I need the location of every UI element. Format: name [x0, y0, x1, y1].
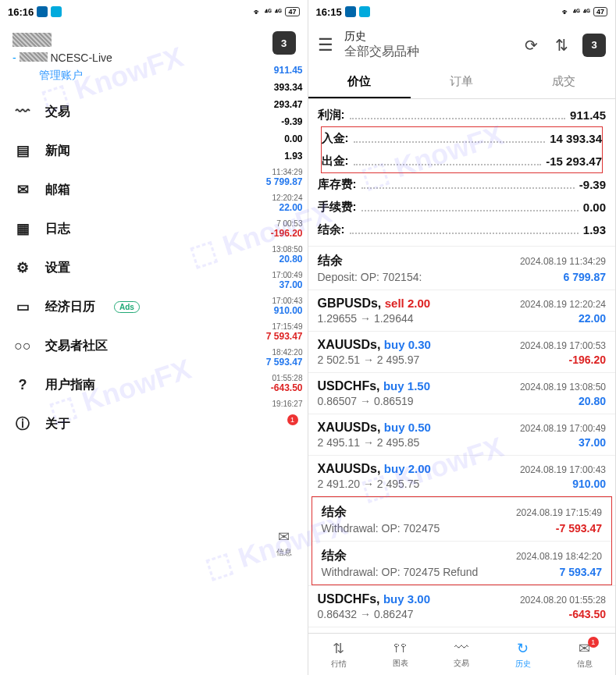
trade-symbol: USDCHFs,	[318, 379, 383, 393]
message-icon: ✉	[278, 528, 290, 545]
summary-label: 利润:	[318, 108, 345, 123]
page-subtitle: 全部交易品种	[344, 44, 511, 60]
peek-row: 393.34	[261, 79, 308, 96]
menu-label: 交易者社区	[45, 338, 108, 354]
peek-row: -9.39	[261, 113, 308, 130]
peek-row: 911.45	[261, 62, 308, 79]
trade-symbol: USDCHFs,	[318, 592, 383, 606]
status-bar: 16:16 ᯤ ⁴ᴳ ⁴ᴳ 47	[0, 0, 308, 23]
trade-row[interactable]: 结余2024.08.19 18:42:20Withdrawal: OP: 702…	[312, 541, 612, 584]
trade-time: 2024.08.19 17:15:49	[516, 507, 602, 518]
summary-value: 0.00	[583, 201, 606, 214]
trade-value: -7 593.47	[556, 522, 602, 535]
nav-label: 交易	[454, 658, 469, 669]
menu-label: 交易	[45, 104, 70, 120]
summary-label: 出金:	[322, 154, 349, 169]
trade-symbol: GBPUSDs,	[318, 297, 385, 310]
summary-row: 手续费:0.00	[318, 196, 607, 218]
trade-time: 2024.08.19 18:42:20	[516, 551, 602, 562]
trade-row[interactable]: USDCHFs, buy 1.502024.08.19 13:08:500.86…	[308, 372, 616, 414]
trade-value: 6 799.87	[564, 271, 607, 283]
nav-icon: ↻	[517, 640, 529, 657]
nav-item[interactable]: ✉信息1	[554, 634, 615, 675]
status-bar: 16:15 ᯤ ⁴ᴳ ⁴ᴳ 47	[308, 0, 616, 23]
tab-price[interactable]: 价位	[308, 66, 411, 98]
menu-icon[interactable]: ☰	[318, 35, 333, 55]
nav-item[interactable]: 〰交易	[431, 634, 493, 675]
trade-time: 2024.08.19 17:00:43	[520, 464, 606, 475]
page-header: ☰ 历史 全部交易品种 ⟳ ⇅ 3	[308, 23, 616, 66]
peek-row: 13:08:5020.80	[261, 242, 308, 268]
badge: 1	[588, 637, 599, 648]
calendar-icon[interactable]: 3	[272, 31, 296, 55]
summary-row: 结余:1.93	[318, 218, 607, 241]
trade-row[interactable]: XAUUSDs, buy 0.502024.08.19 17:00:492 49…	[308, 414, 616, 455]
trade-time: 2024.08.19 13:08:50	[520, 382, 606, 393]
sort-icon[interactable]: ⇅	[552, 36, 571, 55]
trade-price: 2 491.20 → 2 495.75	[318, 478, 420, 490]
menu-label: 设置	[45, 260, 70, 276]
trade-list[interactable]: 结余2024.08.19 11:34:29Deposit: OP: 702154…	[308, 246, 616, 633]
trade-value: 22.00	[579, 312, 606, 325]
nav-icon: 〰	[454, 640, 468, 656]
menu-icon: ?	[14, 376, 31, 393]
trade-symbol: 结余	[322, 505, 347, 518]
trade-row[interactable]: GBPUSDs, sell 2.002024.08.19 12:20:241.2…	[308, 290, 616, 331]
nav-label: 历史	[515, 659, 531, 670]
nav-label: 行情	[331, 659, 347, 670]
tab-orders[interactable]: 订单	[411, 66, 513, 98]
status-time: 16:15	[316, 6, 342, 18]
summary-value: 14 393.34	[550, 132, 602, 145]
nav-item[interactable]: ⫯⫯图表	[369, 634, 431, 675]
trade-time: 2024.08.20 01:55:28	[520, 595, 606, 606]
trade-price: 0.86507 → 0.86519	[318, 395, 414, 407]
nav-icon: ⇅	[333, 640, 344, 657]
trade-row[interactable]: XAUUSDs, sell 1.002024.08.19 19:16:27	[308, 627, 616, 633]
trade-value: -196.20	[569, 353, 606, 366]
wifi-icon: ᯤ	[254, 8, 262, 16]
summary-label: 入金:	[322, 131, 349, 146]
summary-row: 库存费:-9.39	[318, 173, 607, 196]
menu-icon: ✉	[14, 181, 31, 198]
signal-icon: ⁴ᴳ	[583, 8, 590, 16]
trade-row[interactable]: XAUUSDs, buy 2.002024.08.19 17:00:432 49…	[308, 455, 616, 496]
trade-row[interactable]: 结余2024.08.19 17:15:49Withdrawal: OP: 702…	[312, 497, 612, 541]
peek-row: 11:34:295 799.87	[261, 165, 308, 190]
server-label: NCESC-Live	[50, 52, 112, 64]
peek-row: 0.00	[261, 130, 308, 147]
trade-price: Withdrawal: OP: 702475	[322, 522, 440, 535]
nav-messages[interactable]: ✉ 信息 1	[261, 411, 308, 675]
trade-row[interactable]: USDCHFs, buy 3.002024.08.20 01:55:280.86…	[308, 585, 616, 627]
menu-label: 关于	[45, 416, 70, 432]
menu-label: 邮箱	[45, 182, 70, 198]
peek-row: 293.47	[261, 96, 308, 113]
signal-icon: ⁴ᴳ	[265, 8, 272, 16]
trade-price: Withdrawal: OP: 702475 Refund	[322, 566, 479, 578]
tab-deals[interactable]: 成交	[513, 66, 615, 98]
nav-item[interactable]: ⇅行情	[308, 634, 370, 675]
trade-symbol: XAUUSDs,	[318, 462, 384, 475]
trade-row[interactable]: 结余2024.08.19 11:34:29Deposit: OP: 702154…	[308, 246, 616, 290]
menu-icon: ○○	[14, 337, 31, 354]
app-icon	[37, 6, 48, 17]
nav-item[interactable]: ↻历史	[493, 634, 554, 675]
trade-row[interactable]: XAUUSDs, buy 0.302024.08.19 17:00:532 50…	[308, 331, 616, 372]
trade-price: Deposit: OP: 702154:	[318, 271, 422, 283]
nav-icon: ⫯⫯	[393, 640, 408, 656]
left-screen: 16:16 ᯤ ⁴ᴳ ⁴ᴳ 47 - NCESC-Live 管理账户 〰交易▤新…	[0, 0, 308, 675]
peek-row: 19:16:27	[261, 396, 308, 411]
nav-label: 信息	[276, 547, 292, 558]
menu-icon: ⓘ	[14, 415, 31, 432]
menu-label: 新闻	[45, 143, 70, 159]
peek-row: 7 00:53-196.20	[261, 216, 308, 242]
nav-label: 图表	[393, 658, 408, 669]
trade-price: 0.86432 → 0.86247	[318, 608, 414, 620]
manage-account-link[interactable]: 管理账户	[12, 69, 295, 83]
trade-symbol: 结余	[322, 549, 347, 562]
sync-icon[interactable]: ⟳	[522, 36, 541, 55]
trade-symbol: XAUUSDs,	[318, 338, 384, 351]
trade-action: buy 0.30	[384, 338, 431, 351]
menu-icon: ▭	[14, 298, 31, 315]
peek-row: 18:42:207 593.47	[261, 345, 308, 371]
calendar-icon[interactable]: 3	[582, 34, 606, 57]
